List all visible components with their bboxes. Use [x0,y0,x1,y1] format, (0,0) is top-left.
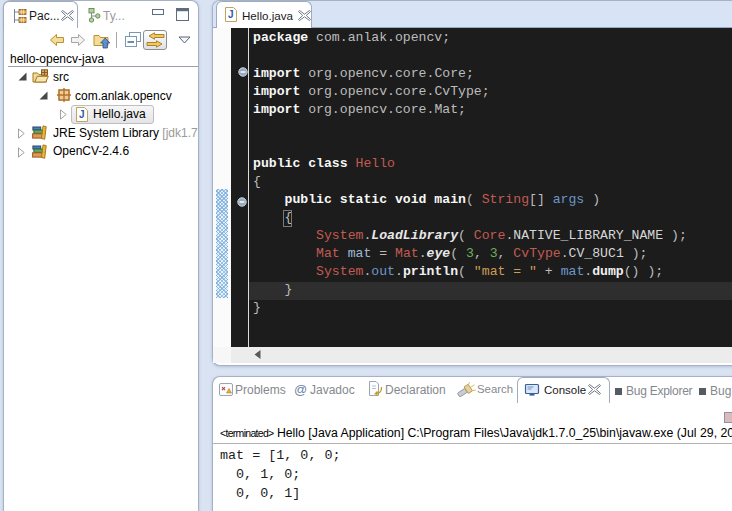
svg-text:J: J [228,9,234,20]
svg-text:J: J [79,109,85,120]
